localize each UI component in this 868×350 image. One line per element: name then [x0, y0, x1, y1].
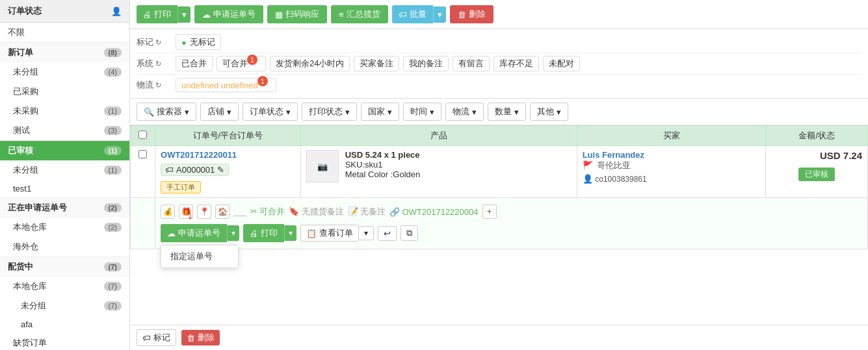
- buyer-name[interactable]: Luis Fernandez: [583, 150, 761, 160]
- refresh-icon-system[interactable]: ↻: [155, 60, 161, 68]
- buyer-cell: Luis Fernandez 🚩 哥伦比亚 👤 co1003839861: [577, 146, 766, 198]
- other-filter-button[interactable]: 其他 ▾: [530, 103, 568, 121]
- sidebar-item-shortage[interactable]: 缺货订单: [0, 333, 129, 350]
- sidebar-item-applying[interactable]: 正在申请运单号 (2): [0, 197, 129, 218]
- sidebar-item-ungroup3[interactable]: 未分组 (7): [0, 296, 129, 316]
- header-amount: 金额/状态: [766, 126, 868, 146]
- filter-tag-buyer-note[interactable]: 买家备注: [354, 56, 399, 71]
- filter-tag-low-stock[interactable]: 库存不足: [493, 56, 539, 71]
- apply-tracking-button[interactable]: ☁ 申请运单号: [194, 5, 263, 23]
- row-recall-button[interactable]: ↩: [378, 226, 397, 241]
- batch-merge-button[interactable]: ≡ 汇总揽货: [331, 5, 388, 23]
- select-all-checkbox[interactable]: [138, 131, 147, 139]
- home-icon[interactable]: 🏠: [215, 205, 230, 219]
- scan-respond-button[interactable]: ▦ 扫码响应: [267, 5, 327, 23]
- sidebar-item-ungroup1[interactable]: 未分组 (4): [0, 62, 129, 82]
- sidebar-item-ungroup2[interactable]: 未分组 (1): [0, 160, 129, 180]
- sidebar-item-local-warehouse1[interactable]: 本地仓库 (2): [0, 218, 129, 237]
- sidebar-item-unpurchased[interactable]: 未采购 (1): [0, 101, 129, 121]
- print-dropdown-arrow[interactable]: ▾: [178, 6, 191, 23]
- sidebar-item-purchased[interactable]: 已采购: [0, 82, 129, 101]
- money-icon[interactable]: 💰: [161, 205, 175, 219]
- filter-tags-mark: ● 无标记: [176, 32, 221, 53]
- sidebar-item-afa[interactable]: afa: [0, 316, 129, 333]
- row-view-order-dropdown[interactable]: ▾: [359, 226, 374, 240]
- bottom-mark-button[interactable]: 🏷 标记: [137, 329, 176, 346]
- batch-button[interactable]: 🏷 批量: [392, 5, 433, 23]
- sidebar-manage-icon[interactable]: 👤: [111, 6, 122, 16]
- refresh-icon-logistics[interactable]: ↻: [155, 81, 161, 90]
- batch-split-button[interactable]: 🏷 批量 ▾: [392, 5, 446, 23]
- row-view-order-split[interactable]: 📋 查看订单 ▾: [300, 225, 374, 242]
- sidebar-item-local-warehouse2[interactable]: 本地仓库 (7): [0, 277, 129, 296]
- green-dot-icon: ●: [181, 38, 187, 47]
- print-split-button[interactable]: 🖨 打印 ▾: [137, 5, 191, 23]
- filter-tag-my-note[interactable]: 我的备注: [403, 56, 449, 71]
- view-icon: 📋: [306, 229, 317, 238]
- filter-tag-undefined[interactable]: undefined undefined 1: [176, 78, 276, 92]
- batch-label: 批量: [410, 8, 427, 20]
- filter-tag-ship-24h[interactable]: 发货剩余24小时内: [270, 56, 350, 71]
- sidebar-item-new-orders[interactable]: 新订单 (8): [0, 42, 129, 62]
- filter-tag-no-mark[interactable]: ● 无标记: [176, 34, 221, 50]
- row-apply-tracking-button[interactable]: ☁ 申请运单号: [161, 224, 227, 242]
- batch-dropdown-arrow[interactable]: ▾: [433, 6, 446, 23]
- sidebar-item-label: 已采购: [13, 86, 38, 97]
- sidebar-item-count: (2): [104, 203, 122, 212]
- print-button[interactable]: 🖨 打印: [137, 5, 178, 23]
- row-apply-tracking-dropdown[interactable]: ▾: [227, 225, 239, 241]
- filter-tag-unmatched[interactable]: 未配对: [543, 56, 580, 71]
- filter-tag-my-note-label: 我的备注: [409, 58, 443, 69]
- sidebar-item-overseas[interactable]: 海外仓: [0, 237, 129, 256]
- no-note-label: 无揽货备注: [302, 206, 344, 216]
- order-number[interactable]: OWT201712220011: [161, 150, 295, 160]
- apply-tracking-label: 申请运单号: [213, 8, 256, 20]
- row-view-order-button[interactable]: 📋 查看订单: [300, 225, 359, 242]
- order-amount: USD 7.24: [771, 150, 862, 161]
- no-note-link[interactable]: 🔖 无揽货备注: [289, 206, 343, 218]
- printer-icon2: 🖨: [250, 229, 258, 238]
- owt-link-text: OWT201712220004: [402, 207, 478, 217]
- sidebar-item-picking[interactable]: 配货中 (7): [0, 256, 129, 277]
- row-checkbox[interactable]: [138, 150, 147, 158]
- location-icon[interactable]: 📍: [197, 205, 211, 219]
- add-icon[interactable]: +: [482, 205, 497, 219]
- refresh-icon-mark[interactable]: ↻: [155, 38, 161, 47]
- sidebar-item-test[interactable]: 测试 (3): [0, 121, 129, 140]
- filter-row-mark: 标记 ↻ ● 无标记: [137, 32, 861, 53]
- cloud-icon2: ☁: [167, 229, 176, 238]
- filter-tag-has-message[interactable]: 有留言: [453, 56, 490, 71]
- sidebar-item-test1[interactable]: test1: [0, 180, 129, 197]
- logistics-filter-button[interactable]: 物流 ▾: [445, 103, 484, 121]
- sidebar-item-audited[interactable]: 已审核 (1): [0, 140, 129, 160]
- dropdown-item-specify-tracking[interactable]: 指定运单号: [161, 245, 238, 268]
- search-filter-button[interactable]: 🔍 搜索器 ▾: [137, 103, 196, 121]
- row-copy-button[interactable]: ⧉: [401, 225, 418, 241]
- search-bar: 🔍 搜索器 ▾ 店铺 ▾ 订单状态 ▾ 打印状态 ▾ 国家 ▾ 时间 ▾ 物流 …: [130, 99, 868, 125]
- filter-row-logistics: 物流 ↻ undefined undefined 1: [137, 75, 861, 95]
- copy-icon: 🔗: [389, 207, 400, 217]
- row-print-split[interactable]: 🖨 打印 ▾: [243, 224, 296, 242]
- quantity-filter-button[interactable]: 数量 ▾: [488, 103, 526, 121]
- account-icon: 👤: [583, 174, 593, 184]
- no-remark-link[interactable]: 📝 无备注: [348, 206, 386, 218]
- time-filter-button[interactable]: 时间 ▾: [403, 103, 441, 121]
- search-label: 搜索器: [157, 106, 182, 118]
- bottom-delete-button[interactable]: 🗑 删除: [181, 330, 220, 345]
- sidebar: 订单状态 👤 不限 新订单 (8) 未分组 (4) 已采购 未采购 (1) 测试…: [0, 0, 130, 350]
- shop-label: 店铺: [207, 106, 224, 118]
- row-print-dropdown[interactable]: ▾: [284, 225, 296, 241]
- can-merge-link[interactable]: ✂ 可合并: [250, 206, 285, 218]
- country-filter-button[interactable]: 国家 ▾: [361, 103, 399, 121]
- delete-button[interactable]: 🗑 删除: [450, 5, 493, 23]
- owt-link[interactable]: 🔗 OWT201712220004: [389, 207, 478, 217]
- print-status-filter-button[interactable]: 打印状态 ▾: [302, 103, 357, 121]
- order-status-filter-button[interactable]: 订单状态 ▾: [243, 103, 298, 121]
- filter-tag-merged[interactable]: 已合并: [176, 56, 213, 71]
- shop-filter-button[interactable]: 店铺 ▾: [200, 103, 239, 121]
- edit-icon[interactable]: ✎: [217, 165, 224, 175]
- row-apply-tracking-split[interactable]: ☁ 申请运单号 ▾: [161, 224, 239, 242]
- filter-tag-can-merge[interactable]: 可合并 1: [217, 56, 266, 71]
- row-print-button[interactable]: 🖨 打印: [243, 224, 284, 242]
- sidebar-item-unlimited[interactable]: 不限: [0, 23, 129, 42]
